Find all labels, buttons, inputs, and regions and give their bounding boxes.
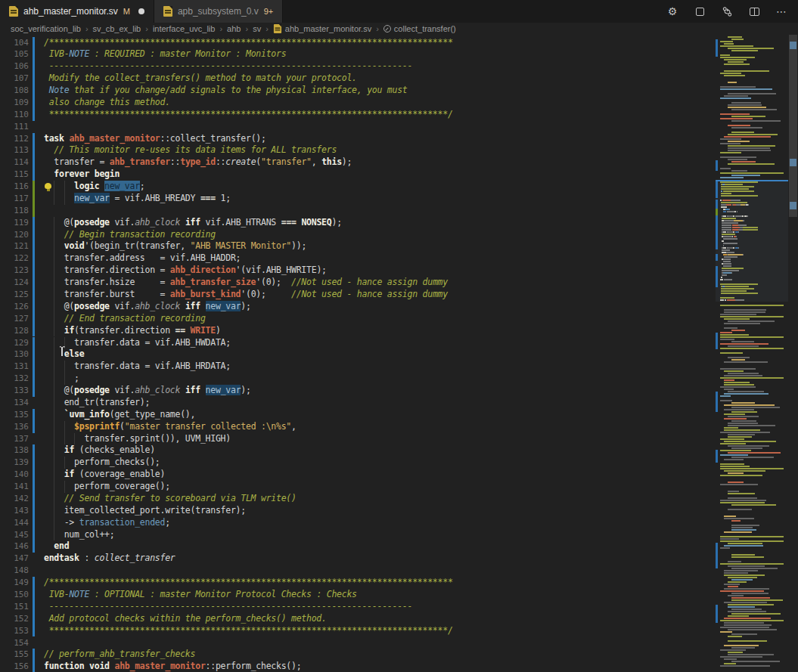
minimap[interactable] (716, 35, 788, 672)
minimap-line (728, 145, 775, 147)
code-line[interactable]: 113 // This monitor re-uses its data ite… (0, 144, 714, 156)
split-editor-icon[interactable] (748, 5, 760, 17)
code-line[interactable]: 140 if (coverage_enable) (0, 469, 714, 481)
tab-bar: ahb_master_monitor.sv M apb_subsystem_0.… (0, 0, 798, 23)
code-line[interactable]: 155// perform_ahb_transfer_checks (0, 649, 714, 661)
minimap-line (731, 597, 770, 599)
code-line[interactable]: 116 logic new_var; (0, 181, 714, 193)
code-line[interactable]: 121 void'(begin_tr(transfer, "AHB MASTER… (0, 240, 714, 252)
breadcrumb-item-soc-verification-lib[interactable]: soc_verification_lib (11, 24, 81, 33)
code-line[interactable]: 126 @(posedge vif.ahb_clock iff new_var)… (0, 301, 714, 313)
tab-ahb-master-monitor[interactable]: ahb_master_monitor.sv M (0, 0, 154, 23)
code-line[interactable]: 135 `uvm_info(get_type_name(), (0, 409, 714, 421)
code-line[interactable]: 139 perform_checks(); (0, 457, 714, 469)
minimap-line (724, 59, 747, 60)
code-line[interactable]: 114 transfer = ahb_transfer::type_id::cr… (0, 156, 714, 169)
tab-apb-subsystem[interactable]: apb_subsystem_0.v 9+ (154, 0, 283, 23)
breadcrumb-item-ahb-master-monitor-sv[interactable]: ahb_master_monitor.sv (273, 23, 371, 34)
code-line[interactable]: 149/************************************… (0, 577, 714, 589)
unsaved-dot-icon[interactable] (138, 8, 144, 14)
line-number: 115 (0, 169, 29, 181)
code-line[interactable]: 107 Modify the collect_transfers() metho… (0, 73, 714, 85)
code-line[interactable]: 134 end_tr(transfer); (0, 397, 714, 409)
code-line[interactable]: 142 // Send transfer to scoreboard via T… (0, 493, 714, 505)
code-line[interactable]: 123 transfer.direction = ahb_direction'(… (0, 265, 714, 277)
code-line[interactable]: 118 (0, 205, 714, 217)
code-line[interactable]: 151 ------------------------------------… (0, 601, 714, 613)
code-line[interactable]: 154 (0, 637, 714, 649)
breadcrumb-item-collect-transfer-[interactable]: collect_transfer() (383, 24, 456, 33)
minimap-line (731, 411, 757, 413)
code-line[interactable]: 122 transfer.address = vif.AHB_HADDR; (0, 252, 714, 265)
gutter-modified-indicator (33, 517, 35, 529)
code-line[interactable]: 136 $psprintf("master transfer collected… (0, 421, 714, 433)
code-line[interactable]: 105 IVB-NOTE : REQUIRED : master Monitor… (0, 48, 714, 60)
code-line[interactable]: 109 also change this method. (0, 97, 714, 109)
code-text: endtask : collect_transfer (44, 553, 175, 565)
gutter-modified-indicator (33, 73, 35, 85)
code-line[interactable]: 130 else (0, 348, 714, 361)
code-line[interactable]: 119 @(posedge vif.ahb_clock iff vif.AHB_… (0, 217, 714, 229)
breadcrumb-item-interface-uvc-lib[interactable]: interface_uvc_lib (153, 24, 216, 33)
code-line[interactable]: 108 Note that if you change/add signals … (0, 85, 714, 97)
minimap-line (724, 409, 754, 410)
minimap-line (728, 163, 775, 165)
minimap-line (720, 538, 739, 540)
code-line[interactable]: 125 transfer.burst = ahb_burst_kind'(0);… (0, 289, 714, 301)
line-number: 106 (0, 60, 29, 73)
minimap-line (716, 254, 788, 255)
code-line[interactable]: 124 transfer.hsize = ahb_transfer_size'(… (0, 277, 714, 289)
more-actions-icon[interactable]: ⋯ (775, 5, 787, 17)
code-line[interactable]: 137 transfer.sprint()), UVM_HIGH) (0, 433, 714, 445)
code-line[interactable]: 147endtask : collect_transfer (0, 553, 714, 565)
code-line[interactable]: 148 (0, 565, 714, 577)
minimap-line (728, 606, 755, 608)
code-line[interactable]: 144 -> transaction_ended; (0, 517, 714, 529)
minimap-line (731, 127, 762, 129)
breadcrumb-item-ahb[interactable]: ahb (227, 24, 241, 33)
gutter-modified-indicator (33, 613, 35, 625)
code-line[interactable]: 110 ************************************… (0, 109, 714, 121)
code-line[interactable]: 153 ************************************… (0, 625, 714, 637)
code-line[interactable]: 143 item_collected_port.write(transfer); (0, 505, 714, 517)
code-line[interactable]: 127 // End transaction recording (0, 313, 714, 325)
code-text: // Send transfer to scoreboard via TLM w… (44, 493, 297, 505)
code-line[interactable]: 106 ------------------------------------… (0, 60, 714, 73)
source-control-graph-icon[interactable] (721, 5, 733, 17)
code-line[interactable]: 152 Add protocol checks within the perfo… (0, 613, 714, 625)
code-line[interactable]: 150 IVB-NOTE : OPTIONAL : master Monitor… (0, 589, 714, 601)
gutter-added-indicator (33, 181, 35, 193)
code-line[interactable]: 120 // Begin transaction recording (0, 229, 714, 241)
code-line[interactable]: 111 (0, 121, 714, 133)
code-line[interactable]: 129 transfer.data = vif.AHB_HWDATA; (0, 337, 714, 349)
breadcrumb-item-sv[interactable]: sv (253, 24, 261, 33)
code-line[interactable]: 112task ahb_master_monitor::collect_tran… (0, 133, 714, 145)
gutter-modified-indicator (33, 325, 35, 337)
code-line[interactable]: 146 end (0, 540, 714, 553)
line-number: 138 (0, 444, 29, 457)
gutter-modified-indicator (33, 540, 35, 553)
minimap-line (720, 438, 744, 440)
code-line[interactable]: 132 ; (0, 373, 714, 385)
gear-icon[interactable]: ⚙ (666, 5, 678, 17)
minimap-change-indicator (716, 209, 718, 215)
code-line[interactable]: 138 if (checks_enable) (0, 444, 714, 457)
minimap-line (716, 286, 788, 287)
code-line[interactable]: 145 num_col++; (0, 529, 714, 541)
code-line[interactable]: 141 perform_coverage(); (0, 481, 714, 493)
vertical-scrollbar[interactable] (788, 35, 798, 672)
code-line[interactable]: 117 new_var = vif.AHB_HREADY === 1; (0, 193, 714, 205)
overview-ruler-mark (790, 159, 796, 166)
breadcrumb-item-sv-cb-ex-lib[interactable]: sv_cb_ex_lib (93, 24, 141, 33)
code-line[interactable]: 115 forever begin (0, 169, 714, 181)
minimap-line (720, 665, 770, 667)
code-line[interactable]: 133 @(posedge vif.ahb_clock iff new_var)… (0, 385, 714, 397)
layout-icon[interactable] (694, 5, 706, 17)
code-line[interactable]: 128 if(transfer.direction == WRITE) (0, 325, 714, 337)
code-line[interactable]: 131 transfer.data = vif.AHB_HRDATA; (0, 361, 714, 373)
scrollbar-thumb[interactable] (789, 35, 797, 217)
code-line[interactable]: 104/************************************… (0, 37, 714, 49)
lightbulb-icon[interactable] (45, 183, 51, 191)
code-line[interactable]: 156function void ahb_master_monitor::per… (0, 661, 714, 672)
code-editor[interactable]: 104/************************************… (0, 35, 798, 672)
